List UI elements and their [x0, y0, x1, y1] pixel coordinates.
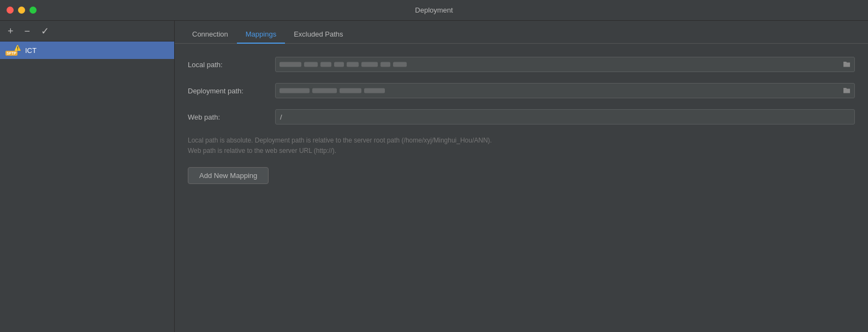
web-path-label: Web path:: [188, 113, 275, 121]
deployment-path-input[interactable]: [275, 83, 855, 98]
traffic-lights: [7, 7, 37, 14]
sidebar: + − ✓ ⚠️ SFTP ICT: [0, 21, 175, 332]
main-layout: + − ✓ ⚠️ SFTP ICT Connection Mappings Ex…: [0, 21, 868, 332]
local-path-label: Local path:: [188, 61, 275, 69]
add-server-button[interactable]: +: [5, 25, 16, 37]
sidebar-toolbar: + − ✓: [0, 21, 174, 42]
tab-connection[interactable]: Connection: [183, 26, 237, 44]
sftp-badge: SFTP: [5, 51, 17, 56]
sidebar-item-label: ICT: [25, 46, 37, 55]
local-path-input[interactable]: [275, 57, 855, 72]
window-title: Deployment: [415, 6, 453, 14]
form-area: Local path:: [175, 44, 868, 332]
warning-icon: ⚠️: [14, 45, 21, 51]
close-button[interactable]: [7, 7, 14, 14]
tab-mappings[interactable]: Mappings: [237, 26, 285, 44]
deployment-path-browse-button[interactable]: [841, 85, 853, 96]
web-path-row: Web path:: [188, 109, 855, 124]
sftp-server-icon: ⚠️ SFTP: [5, 45, 21, 56]
deployment-path-input-wrap: [275, 83, 855, 98]
deployment-path-row: Deployment path:: [188, 83, 855, 98]
local-path-input-wrap: [275, 57, 855, 72]
minimize-button[interactable]: [18, 7, 25, 14]
maximize-button[interactable]: [29, 7, 37, 14]
web-path-input[interactable]: [275, 109, 855, 124]
sidebar-item-ict[interactable]: ⚠️ SFTP ICT: [0, 42, 174, 59]
info-text: Local path is absolute. Deployment path …: [188, 135, 855, 156]
content-area: Connection Mappings Excluded Paths Local…: [175, 21, 868, 332]
add-new-mapping-button[interactable]: Add New Mapping: [188, 167, 269, 184]
deployment-path-label: Deployment path:: [188, 87, 275, 95]
tab-excluded-paths[interactable]: Excluded Paths: [285, 26, 352, 44]
confirm-button[interactable]: ✓: [39, 25, 51, 37]
remove-server-button[interactable]: −: [22, 25, 33, 37]
titlebar: Deployment: [0, 0, 868, 21]
local-path-browse-button[interactable]: [841, 59, 853, 70]
web-path-input-wrap: [275, 109, 855, 124]
local-path-row: Local path:: [188, 57, 855, 72]
tabs: Connection Mappings Excluded Paths: [175, 21, 868, 44]
